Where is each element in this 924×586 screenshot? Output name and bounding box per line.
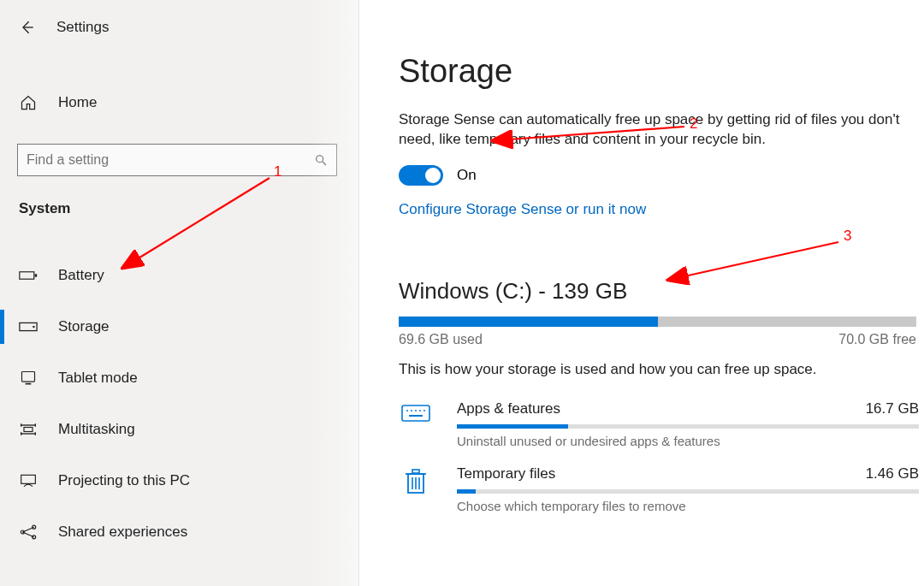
svg-rect-3 — [20, 272, 34, 279]
battery-icon — [19, 269, 38, 281]
svg-line-2 — [323, 162, 326, 165]
category-size: 1.46 GB — [866, 465, 919, 482]
sidebar-item-label: Shared experiences — [58, 524, 187, 541]
svg-rect-28 — [409, 415, 423, 417]
trash-icon — [399, 465, 433, 496]
svg-rect-11 — [24, 428, 33, 432]
sidebar-item-shared-experiences[interactable]: Shared experiences — [0, 506, 358, 558]
sidebar-item-tablet-mode[interactable]: Tablet mode — [0, 352, 358, 404]
sidebar-home-label: Home — [58, 94, 97, 111]
back-icon[interactable] — [19, 19, 36, 36]
category-bar — [457, 489, 919, 494]
svg-rect-7 — [22, 372, 35, 382]
svg-line-38 — [684, 242, 838, 276]
tablet-icon — [19, 370, 38, 387]
svg-rect-8 — [26, 383, 32, 385]
category-name: Apps & features — [457, 400, 560, 417]
drive-usage-fill — [399, 317, 658, 327]
sidebar-item-projecting[interactable]: Projecting to this PC — [0, 455, 358, 506]
projecting-icon — [19, 473, 38, 488]
sidebar-item-multitasking[interactable]: Multitasking — [0, 404, 358, 455]
sidebar-item-label: Multitasking — [58, 421, 135, 438]
multitasking-icon — [19, 422, 38, 437]
svg-point-6 — [33, 326, 34, 328]
sidebar-item-label: Storage — [58, 318, 110, 335]
toggle-knob — [425, 168, 441, 183]
svg-point-25 — [415, 410, 417, 411]
sidebar-section-system: System — [0, 200, 358, 217]
svg-point-23 — [406, 410, 408, 411]
home-icon — [19, 94, 38, 111]
drive-title: Windows (C:) - 139 GB — [399, 278, 924, 305]
shared-experiences-icon — [19, 524, 38, 541]
svg-rect-34 — [412, 470, 419, 473]
sidebar-item-label: Battery — [58, 267, 104, 284]
svg-rect-22 — [402, 405, 429, 421]
drive-free-label: 70.0 GB free — [838, 332, 916, 347]
search-icon — [314, 153, 328, 167]
category-sub: Uninstall unused or undesired apps & fea… — [457, 434, 919, 448]
storage-sense-toggle-label: On — [457, 167, 477, 184]
sidebar-home[interactable]: Home — [0, 84, 358, 121]
search-input[interactable] — [27, 152, 314, 168]
search-box[interactable] — [17, 144, 337, 176]
sidebar-nav: Battery Storage Tablet mode Multitasking — [0, 250, 358, 558]
page-title: Storage — [399, 53, 924, 90]
sidebar-item-label: Projecting to this PC — [58, 472, 190, 489]
category-sub: Choose which temporary files to remove — [457, 499, 919, 513]
sidebar-item-storage[interactable]: Storage — [0, 301, 358, 352]
drive-usage-description: This is how your storage is used and how… — [399, 361, 924, 378]
settings-title: Settings — [56, 19, 109, 36]
category-size: 16.7 GB — [866, 400, 919, 417]
drive-icon — [19, 322, 38, 332]
drive-usage-bar — [399, 317, 916, 327]
svg-point-1 — [317, 156, 323, 163]
svg-point-24 — [411, 410, 412, 411]
storage-category-list: Apps & features 16.7 GB Uninstall unused… — [399, 395, 919, 525]
category-bar — [457, 424, 919, 429]
configure-storage-sense-link[interactable]: Configure Storage Sense or run it now — [399, 201, 646, 218]
annotation-3: 3 — [844, 228, 851, 244]
svg-point-27 — [424, 410, 425, 411]
sidebar-item-battery[interactable]: Battery — [0, 250, 358, 301]
storage-sense-description: Storage Sense can automatically free up … — [399, 110, 903, 150]
storage-sense-toggle[interactable] — [399, 165, 443, 186]
category-name: Temporary files — [457, 465, 555, 482]
sidebar-item-label: Tablet mode — [58, 370, 138, 387]
svg-rect-4 — [35, 274, 38, 276]
svg-rect-16 — [21, 475, 36, 483]
main-panel: Storage Storage Sense can automatically … — [359, 0, 924, 586]
svg-point-26 — [419, 410, 421, 411]
category-temporary-files[interactable]: Temporary files 1.46 GB Choose which tem… — [399, 460, 919, 525]
drive-used-label: 69.6 GB used — [399, 332, 483, 347]
category-apps-features[interactable]: Apps & features 16.7 GB Uninstall unused… — [399, 395, 919, 460]
keyboard-icon — [399, 400, 433, 424]
sidebar: Settings Home System Battery — [0, 0, 359, 586]
